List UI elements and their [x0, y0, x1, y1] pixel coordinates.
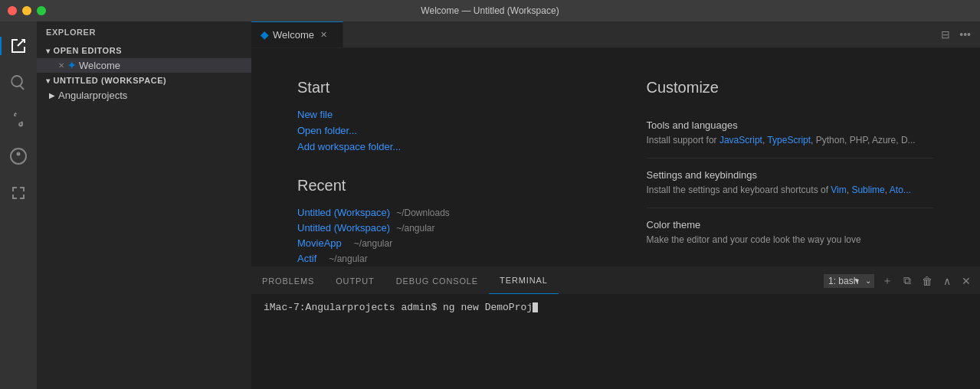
add-terminal-icon[interactable]: ＋	[879, 273, 896, 289]
panel-actions: 1: bash ▾ ＋ ⧉ 🗑 ∧ ✕	[824, 267, 980, 294]
app-body: Explorer ▾ Open Editors ✕ ✦ Welcome ▾ Un…	[0, 21, 980, 389]
bash-select[interactable]: 1: bash	[824, 274, 874, 288]
sidebar: Explorer ▾ Open Editors ✕ ✦ Welcome ▾ Un…	[37, 21, 251, 389]
customize-title: Customize	[647, 79, 935, 96]
activity-bar-search[interactable]	[0, 64, 37, 101]
recent-path-0: ~/Downloads	[396, 208, 450, 218]
open-folder-link[interactable]: Open folder...	[297, 125, 585, 136]
add-workspace-link[interactable]: Add workspace folder...	[297, 141, 585, 152]
terminal-cursor	[533, 302, 538, 312]
color-theme-title: Color theme	[647, 219, 935, 230]
open-editors-label: Open Editors	[54, 46, 123, 55]
customize-color-theme[interactable]: Color theme Make the editor and your cod…	[647, 208, 935, 257]
maximize-button[interactable]	[37, 6, 46, 15]
close-welcome-icon[interactable]: ✕	[58, 61, 64, 70]
kill-terminal-icon[interactable]: 🗑	[919, 273, 936, 289]
activity-bar-debug[interactable]	[0, 138, 37, 175]
open-editor-welcome[interactable]: ✕ ✦ Welcome	[37, 58, 251, 73]
recent-item-1: Untitled (Workspace) ~/angular	[297, 222, 585, 234]
title-bar: Welcome — Untitled (Workspace)	[0, 0, 980, 21]
tools-desc-after: , Python, PHP, Azure, D...	[811, 135, 916, 145]
tab-welcome-label: Welcome	[273, 29, 314, 41]
activity-bar	[0, 21, 37, 389]
recent-name-2[interactable]: MovieApp	[297, 237, 342, 249]
new-file-link[interactable]: New file	[297, 109, 585, 120]
start-title: Start	[297, 79, 585, 96]
bash-select-wrapper: 1: bash ▾	[824, 274, 874, 288]
more-actions-icon[interactable]: •••	[956, 25, 974, 44]
recent-item-3: Actif ~/angular	[297, 253, 585, 264]
panel-tabs: PROBLEMS OUTPUT DEBUG CONSOLE TERMINAL 1…	[251, 267, 980, 294]
panel-tabs-list: PROBLEMS OUTPUT DEBUG CONSOLE TERMINAL	[251, 267, 559, 294]
vscode-icon: ✦	[67, 60, 76, 71]
svg-point-0	[11, 149, 26, 164]
tools-title: Tools and languages	[647, 119, 935, 131]
atom-link[interactable]: Ato...	[890, 185, 911, 195]
editor-area: ◆ Welcome ✕ ⊟ ••• Start New file Open fo…	[251, 21, 980, 389]
tab-vscode-icon: ◆	[261, 29, 268, 41]
window-title: Welcome — Untitled (Workspace)	[421, 5, 559, 16]
recent-name-0[interactable]: Untitled (Workspace)	[297, 207, 390, 218]
keybindings-desc: Install the settings and keyboard shortc…	[647, 184, 935, 197]
recent-title: Recent	[297, 177, 585, 194]
recent-item-0: Untitled (Workspace) ~/Downloads	[297, 207, 585, 218]
workspace-arrow: ▾	[46, 77, 51, 85]
recent-path-1: ~/angular	[396, 223, 434, 234]
welcome-page: Start New file Open folder... Add worksp…	[251, 48, 980, 266]
recent-item-2: MovieApp ~/angular	[297, 237, 585, 249]
workspace-section[interactable]: ▾ Untitled (Workspace)	[37, 73, 251, 88]
color-theme-desc: Make the editor and your code look the w…	[647, 234, 935, 247]
editor-content: Start New file Open folder... Add worksp…	[251, 48, 980, 266]
activity-bar-extensions[interactable]	[0, 175, 37, 211]
recent-name-3[interactable]: Actif	[297, 253, 316, 264]
open-editors-arrow: ▾	[46, 47, 51, 55]
terminal-content: iMac-7:Angularprojects admin$ ng new Dem…	[251, 294, 980, 389]
open-editors-section[interactable]: ▾ Open Editors	[37, 43, 251, 58]
close-panel-icon[interactable]: ✕	[959, 273, 974, 289]
folder-arrow-icon: ▶	[49, 91, 55, 100]
terminal-text: iMac-7:Angularprojects admin$ ng new Dem…	[264, 302, 533, 313]
tab-bar-tabs: ◆ Welcome ✕	[251, 21, 343, 47]
welcome-right: Customize Tools and languages Install su…	[647, 79, 935, 236]
split-terminal-icon[interactable]: ⧉	[900, 273, 914, 289]
tab-welcome[interactable]: ◆ Welcome ✕	[251, 21, 343, 47]
tab-terminal[interactable]: TERMINAL	[489, 267, 559, 294]
workspace-label: Untitled (Workspace)	[54, 76, 167, 85]
tools-desc-before: Install support for	[647, 135, 719, 145]
split-editor-icon[interactable]: ⊟	[938, 25, 953, 44]
panel: PROBLEMS OUTPUT DEBUG CONSOLE TERMINAL 1…	[251, 266, 980, 389]
angularprojects-label: Angularprojects	[58, 90, 127, 101]
customize-keybindings[interactable]: Settings and keybindings Install the set…	[647, 159, 935, 208]
open-editor-welcome-label: Welcome	[79, 60, 120, 71]
sidebar-header: Explorer	[37, 21, 251, 43]
customize-tools[interactable]: Tools and languages Install support for …	[647, 109, 935, 159]
close-button[interactable]	[8, 6, 17, 15]
tab-bar-actions: ⊟ •••	[938, 21, 980, 47]
javascript-link[interactable]: JavaScript	[719, 135, 762, 145]
window-controls[interactable]	[8, 6, 46, 15]
tab-output[interactable]: OUTPUT	[325, 267, 385, 294]
vim-link[interactable]: Vim	[831, 185, 846, 195]
keybindings-before: Install the settings and keyboard shortc…	[647, 185, 831, 195]
typescript-link[interactable]: TypeScript	[767, 135, 811, 145]
minimize-button[interactable]	[22, 6, 31, 15]
maximize-panel-icon[interactable]: ∧	[940, 273, 954, 289]
recent-name-1[interactable]: Untitled (Workspace)	[297, 222, 390, 234]
tools-desc: Install support for JavaScript, TypeScri…	[647, 134, 935, 147]
tab-bar: ◆ Welcome ✕ ⊟ •••	[251, 21, 980, 48]
recent-path-2: ~/angular	[354, 238, 392, 249]
activity-bar-source-control[interactable]	[0, 101, 37, 138]
terminal-line: iMac-7:Angularprojects admin$ ng new Dem…	[264, 300, 968, 315]
keybindings-title: Settings and keybindings	[647, 169, 935, 181]
angularprojects-folder[interactable]: ▶ Angularprojects	[37, 88, 251, 103]
activity-bar-explorer[interactable]	[0, 28, 37, 64]
recent-path-3: ~/angular	[329, 253, 367, 264]
welcome-left: Start New file Open folder... Add worksp…	[297, 79, 585, 236]
tab-debug-console[interactable]: DEBUG CONSOLE	[385, 267, 489, 294]
tab-problems[interactable]: PROBLEMS	[251, 267, 325, 294]
tab-close-icon[interactable]: ✕	[320, 30, 327, 40]
sublime-link[interactable]: Sublime	[851, 185, 884, 195]
